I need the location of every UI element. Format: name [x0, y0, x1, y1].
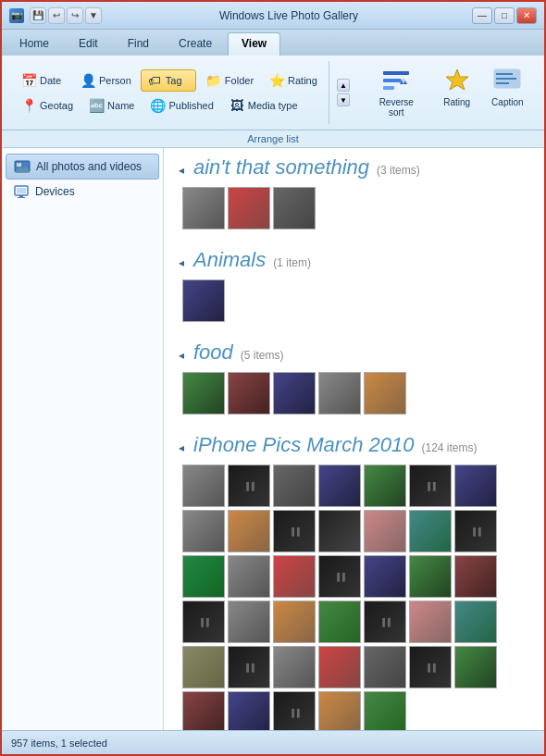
reverse-sort-button[interactable]: Reverse sort	[363, 61, 430, 122]
gallery-group-0: ◂ ain't that something (3 items)	[175, 155, 533, 229]
sidebar-item-all-photos[interactable]: All photos and videos	[6, 154, 159, 180]
maximize-button[interactable]: □	[494, 7, 515, 24]
thumb-3-24[interactable]	[318, 601, 361, 643]
group-arrow-1[interactable]: ◂	[179, 256, 184, 269]
thumb-3-19[interactable]	[409, 555, 452, 598]
arrange-media-type[interactable]: 🖼 Media type	[223, 94, 304, 117]
arrange-group: 📅 Date 👤 Person 🏷 Tag 📁 Folder ⭐ R	[9, 61, 329, 124]
group-header-2: ◂ food (5 items)	[175, 341, 533, 365]
tab-find[interactable]: Find	[114, 32, 163, 56]
arrange-row-2: 📍 Geotag 🔤 Name 🌐 Published 🖼 Media type	[15, 94, 304, 117]
thumb-3-28[interactable]	[182, 646, 225, 688]
thumb-3-16[interactable]	[273, 555, 316, 598]
thumb-3-20[interactable]	[454, 555, 497, 598]
svg-rect-17	[18, 197, 25, 198]
thumb-3-18[interactable]	[364, 555, 406, 598]
group-title-2: food	[193, 341, 233, 365]
minimize-button[interactable]: —	[472, 7, 492, 24]
thumb-2-0[interactable]	[182, 372, 225, 415]
dropdown-btn[interactable]: ▼	[85, 7, 102, 24]
thumb-3-7[interactable]	[182, 510, 225, 552]
thumb-3-1[interactable]	[228, 465, 270, 507]
thumb-0-2[interactable]	[273, 187, 316, 229]
arrange-date[interactable]: 📅 Date	[15, 69, 70, 92]
app-icon: 📷	[9, 8, 24, 23]
arrange-person[interactable]: 👤 Person	[74, 69, 137, 92]
thumb-3-17[interactable]	[318, 555, 361, 598]
scroll-up-arrow[interactable]: ▲	[337, 79, 350, 92]
arrange-rating[interactable]: ⭐ Rating	[263, 69, 323, 92]
thumb-3-26[interactable]	[409, 601, 452, 643]
thumb-3-35[interactable]	[182, 691, 225, 730]
thumb-2-3[interactable]	[318, 372, 361, 415]
tab-create[interactable]: Create	[165, 32, 226, 56]
thumb-3-12[interactable]	[409, 510, 452, 552]
group-count-0: (3 items)	[377, 164, 420, 177]
thumb-3-10[interactable]	[318, 510, 361, 552]
thumb-3-13[interactable]	[454, 510, 497, 552]
thumb-3-25[interactable]	[364, 601, 406, 643]
thumb-3-15[interactable]	[228, 555, 270, 598]
thumb-3-8[interactable]	[228, 510, 270, 552]
thumb-3-36[interactable]	[228, 691, 270, 730]
thumb-3-11[interactable]	[364, 510, 406, 552]
tab-view[interactable]: View	[228, 32, 280, 56]
rating-view-button[interactable]: Rating	[434, 61, 480, 112]
close-button[interactable]: ✕	[516, 7, 537, 24]
group-arrow-3[interactable]: ◂	[179, 441, 184, 454]
group-title-3: iPhone Pics March 2010	[193, 433, 414, 457]
caption-button[interactable]: Caption	[484, 61, 531, 112]
date-icon: 📅	[20, 72, 37, 89]
tab-edit[interactable]: Edit	[65, 32, 112, 56]
thumb-1-0[interactable]	[182, 279, 225, 322]
svg-rect-7	[496, 73, 513, 75]
undo-btn[interactable]: ↩	[48, 7, 65, 24]
thumb-3-21[interactable]	[182, 601, 225, 643]
thumb-3-39[interactable]	[364, 691, 406, 730]
thumb-3-38[interactable]	[318, 691, 361, 730]
tab-home[interactable]: Home	[6, 32, 63, 56]
group-arrow-2[interactable]: ◂	[179, 349, 184, 362]
arrange-published[interactable]: 🌐 Published	[143, 94, 218, 117]
thumb-3-4[interactable]	[364, 465, 406, 507]
group-title-1: Animals	[193, 248, 266, 272]
thumb-3-32[interactable]	[364, 646, 406, 688]
arrange-name[interactable]: 🔤 Name	[82, 94, 140, 117]
thumb-2-2[interactable]	[273, 372, 316, 415]
thumb-3-33[interactable]	[409, 646, 452, 688]
thumb-0-0[interactable]	[182, 187, 225, 229]
group-arrow-0[interactable]: ◂	[179, 164, 184, 177]
thumb-3-27[interactable]	[454, 601, 497, 643]
arrange-folder[interactable]: 📁 Folder	[200, 69, 259, 92]
thumb-0-1[interactable]	[228, 187, 270, 229]
thumb-3-29[interactable]	[228, 646, 270, 688]
thumb-2-4[interactable]	[364, 372, 406, 415]
thumb-3-2[interactable]	[273, 465, 316, 507]
thumb-3-5[interactable]	[409, 465, 452, 507]
thumb-3-34[interactable]	[454, 646, 497, 688]
quick-access-toolbar: 💾 ↩ ↪ ▼	[30, 7, 102, 24]
group-count-1: (1 item)	[273, 256, 311, 269]
thumb-2-1[interactable]	[228, 372, 270, 415]
arrange-tag[interactable]: 🏷 Tag	[141, 69, 196, 92]
title-bar: 📷 💾 ↩ ↪ ▼ Windows Live Photo Gallery — □…	[2, 2, 544, 30]
arrange-geotag[interactable]: 📍 Geotag	[15, 94, 79, 117]
thumb-3-31[interactable]	[318, 646, 361, 688]
thumb-3-6[interactable]	[454, 465, 497, 507]
thumb-3-14[interactable]	[182, 555, 225, 598]
thumb-3-9[interactable]	[273, 510, 316, 552]
thumb-3-30[interactable]	[273, 646, 316, 688]
svg-rect-1	[383, 79, 402, 82]
thumb-3-37[interactable]	[273, 691, 316, 730]
photo-strip-0	[175, 187, 533, 229]
save-btn[interactable]: 💾	[30, 7, 46, 24]
redo-btn[interactable]: ↪	[67, 7, 83, 24]
thumb-3-0[interactable]	[182, 465, 225, 507]
thumb-3-23[interactable]	[273, 601, 316, 643]
thumb-3-22[interactable]	[228, 601, 270, 643]
thumb-3-3[interactable]	[318, 465, 361, 507]
photo-strip-3	[175, 465, 533, 730]
scroll-down-arrow[interactable]: ▼	[337, 93, 350, 106]
sidebar-item-devices[interactable]: Devices	[6, 180, 159, 204]
gallery-group-1: ◂ Animals (1 item)	[175, 248, 533, 322]
